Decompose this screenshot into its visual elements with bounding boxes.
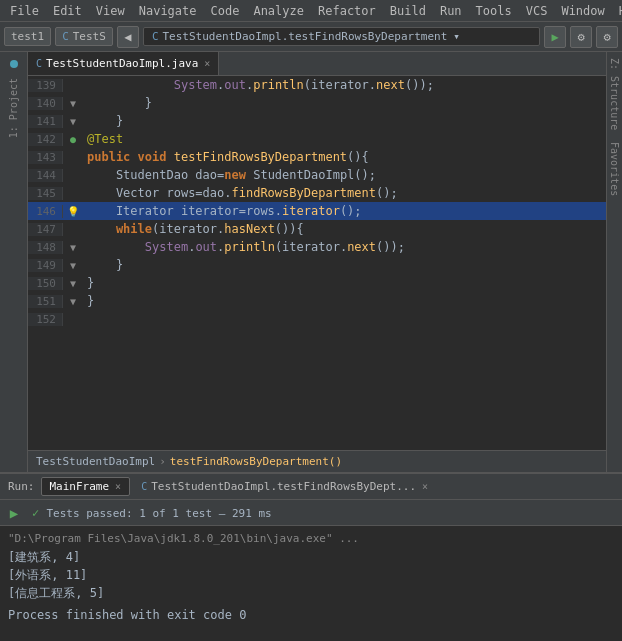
code-content-150: }: [83, 274, 94, 292]
toolbar-tab2[interactable]: C TestS: [55, 27, 113, 46]
menu-view[interactable]: View: [90, 2, 131, 20]
breadcrumb-separator: ›: [159, 455, 166, 468]
table-row: 150 ▼ }: [28, 274, 606, 292]
back-button[interactable]: ◀: [117, 26, 139, 48]
toolbar-tab1[interactable]: test1: [4, 27, 51, 46]
table-row: 141 ▼ }: [28, 112, 606, 130]
code-content-151: }: [83, 292, 94, 310]
code-content-141: }: [83, 112, 123, 130]
table-row: 144 StudentDao dao=new StudentDaoImpl();: [28, 166, 606, 184]
run-button[interactable]: ▶: [544, 26, 566, 48]
process-text: Process finished with exit code 0: [8, 608, 246, 622]
tab2-label: TestS: [73, 30, 106, 43]
main-area: 1: Project C TestStudentDaoImpl.java × 1…: [0, 52, 622, 472]
output-line-1: [建筑系, 4]: [8, 548, 614, 566]
code-content-145: Vector rows=dao.findRowsByDepartment();: [83, 184, 398, 202]
line-num-144: 144: [28, 169, 63, 182]
line-icons-142: ●: [63, 134, 83, 145]
code-content-149: }: [83, 256, 123, 274]
line-num-152: 152: [28, 313, 63, 326]
line-num-150: 150: [28, 277, 63, 290]
editor-tab-label: TestStudentDaoImpl.java: [46, 57, 198, 70]
menu-refactor[interactable]: Refactor: [312, 2, 382, 20]
menu-analyze[interactable]: Analyze: [247, 2, 310, 20]
menu-window[interactable]: Window: [555, 2, 610, 20]
bottom-tab-test[interactable]: C TestStudentDaoImpl.testFindRowsByDept.…: [132, 477, 437, 496]
run-gutter-icon-142[interactable]: ●: [70, 134, 76, 145]
test-tab-close[interactable]: ×: [422, 481, 428, 492]
tab-close-icon[interactable]: ×: [204, 58, 210, 69]
fold-150[interactable]: ▼: [70, 278, 76, 289]
breadcrumb-method: testFindRowsByDepartment(): [170, 455, 342, 468]
table-row: 152: [28, 310, 606, 328]
fold-140[interactable]: ▼: [70, 98, 76, 109]
breadcrumb-dropdown-icon: ▾: [453, 30, 460, 43]
editor-tab-main[interactable]: C TestStudentDaoImpl.java ×: [28, 52, 219, 75]
test-result-text: Tests passed: 1 of 1 test – 291 ms: [46, 507, 271, 520]
tab1-label: test1: [11, 30, 44, 43]
fold-149[interactable]: ▼: [70, 260, 76, 271]
line-num-149: 149: [28, 259, 63, 272]
code-content-144: StudentDao dao=new StudentDaoImpl();: [83, 166, 376, 184]
table-row: 147 while(iterator.hasNext()){: [28, 220, 606, 238]
process-finish-line: Process finished with exit code 0: [8, 606, 614, 624]
fold-148[interactable]: ▼: [70, 242, 76, 253]
output-line-3: [信息工程系, 5]: [8, 584, 614, 602]
settings-button[interactable]: ⚙: [570, 26, 592, 48]
structure-label[interactable]: Z: Structure: [607, 52, 622, 136]
breadcrumb-bar: TestStudentDaoImpl › testFindRowsByDepar…: [28, 450, 606, 472]
bottom-panel: Run: MainFrame × C TestStudentDaoImpl.te…: [0, 472, 622, 641]
table-row: 145 Vector rows=dao.findRowsByDepartment…: [28, 184, 606, 202]
menu-build[interactable]: Build: [384, 2, 432, 20]
code-content-146: Iterator iterator=rows.iterator();: [83, 202, 362, 220]
line-num-143: 143: [28, 151, 63, 164]
menu-vcs[interactable]: VCS: [520, 2, 554, 20]
table-row: 149 ▼ }: [28, 256, 606, 274]
table-row: 140 ▼ }: [28, 94, 606, 112]
test-result-badge: ✓ Tests passed: 1 of 1 test – 291 ms: [32, 506, 272, 520]
toolbar: test1 C TestS ◀ C TestStudentDaoImpl.tes…: [0, 22, 622, 52]
breadcrumb-class: TestStudentDaoImpl: [36, 455, 155, 468]
code-editor[interactable]: 139 System.out.println(iterator.next());…: [28, 76, 606, 450]
line-icons-148: ▼: [63, 242, 83, 253]
line-num-151: 151: [28, 295, 63, 308]
play-button[interactable]: ▶: [4, 503, 24, 523]
mainframe-tab-close[interactable]: ×: [115, 481, 121, 492]
mainframe-tab-label: MainFrame: [50, 480, 110, 493]
left-sidebar: 1: Project: [0, 52, 28, 472]
sidebar-project-label[interactable]: 1: Project: [6, 74, 21, 142]
menu-edit[interactable]: Edit: [47, 2, 88, 20]
menu-code[interactable]: Code: [205, 2, 246, 20]
fold-141[interactable]: ▼: [70, 116, 76, 127]
bottom-content[interactable]: "D:\Program Files\Java\jdk1.8.0_201\bin\…: [0, 526, 622, 641]
extra-button[interactable]: ⚙: [596, 26, 618, 48]
code-content-148: System.out.println(iterator.next());: [83, 238, 405, 256]
menubar: File Edit View Navigate Code Analyze Ref…: [0, 0, 622, 22]
checkmark-icon: ✓: [32, 506, 39, 520]
test-tab-label: TestStudentDaoImpl.testFindRowsByDept...: [151, 480, 416, 493]
line-num-142: 142: [28, 133, 63, 146]
menu-run[interactable]: Run: [434, 2, 468, 20]
bulb-icon[interactable]: 💡: [67, 206, 79, 217]
line-num-141: 141: [28, 115, 63, 128]
menu-file[interactable]: File: [4, 2, 45, 20]
favorites-label[interactable]: Favorites: [607, 136, 622, 202]
bottom-tab-mainframe[interactable]: MainFrame ×: [41, 477, 131, 496]
code-content-139: System.out.println(iterator.next());: [83, 76, 434, 94]
bottom-tabs: Run: MainFrame × C TestStudentDaoImpl.te…: [0, 474, 622, 500]
fold-151[interactable]: ▼: [70, 296, 76, 307]
menu-navigate[interactable]: Navigate: [133, 2, 203, 20]
line-num-140: 140: [28, 97, 63, 110]
line-icons-140: ▼: [63, 98, 83, 109]
bottom-toolbar: ▶ ✓ Tests passed: 1 of 1 test – 291 ms: [0, 500, 622, 526]
code-content-143: public void testFindRowsByDepartment(){: [83, 148, 369, 166]
right-sidebar: Z: Structure Favorites: [606, 52, 622, 472]
line-icons-150: ▼: [63, 278, 83, 289]
menu-tools[interactable]: Tools: [470, 2, 518, 20]
menu-help[interactable]: Help: [613, 2, 622, 20]
line-num-146: 146: [28, 205, 63, 218]
table-row: 146 💡 Iterator iterator=rows.iterator();: [28, 202, 606, 220]
toolbar-breadcrumb[interactable]: C TestStudentDaoImpl.testFindRowsByDepar…: [143, 27, 540, 46]
line-num-148: 148: [28, 241, 63, 254]
output-line-2: [外语系, 11]: [8, 566, 614, 584]
